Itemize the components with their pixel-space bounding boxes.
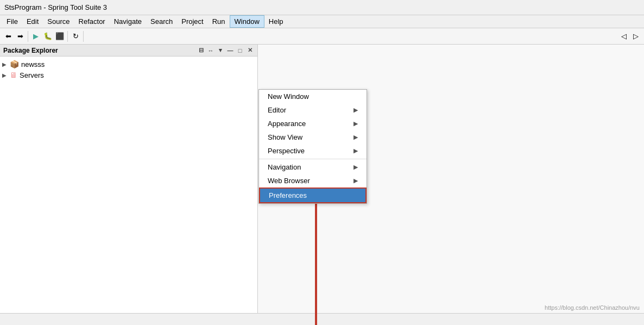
menu-preferences[interactable]: Preferences: [259, 188, 367, 203]
toolbar-forward-btn[interactable]: ➡: [14, 30, 26, 42]
menu-file[interactable]: File: [2, 15, 22, 28]
toolbar: ⬅ ➡ ▶ 🐛 ⬛ ↻ ◁ ▷: [0, 28, 644, 45]
menu-navigation[interactable]: Navigation ▶: [259, 160, 367, 174]
toolbar-run-btn[interactable]: ▶: [30, 30, 42, 42]
link-editor-icon[interactable]: ↔: [206, 46, 215, 55]
appearance-arrow: ▶: [353, 120, 358, 127]
close-icon[interactable]: ✕: [245, 46, 254, 55]
menu-refactor[interactable]: Refactor: [74, 15, 110, 28]
annotation-arrow-line: [315, 197, 317, 325]
editor-arrow: ▶: [353, 107, 358, 114]
maximize-icon[interactable]: □: [236, 46, 244, 55]
web-browser-arrow: ▶: [353, 177, 358, 184]
servers-chevron: ▶: [2, 72, 10, 78]
show-view-arrow: ▶: [353, 134, 358, 141]
main-layout: Package Explorer ⊟ ↔ ▾ — □ ✕ ▶ 📦 newsss …: [0, 45, 644, 313]
toolbar-back-btn[interactable]: ⬅: [2, 30, 14, 42]
tree-area: ▶ 📦 newsss ▶ 🖥 Servers: [0, 57, 257, 313]
toolbar-separator-3: [83, 31, 84, 42]
window-dropdown-menu: New Window Editor ▶ Appearance ▶ Show Vi…: [258, 89, 367, 204]
newsss-icon: 📦: [10, 60, 19, 68]
menu-separator: [259, 159, 367, 159]
menu-new-window[interactable]: New Window: [259, 90, 367, 103]
menu-help[interactable]: Help: [264, 15, 288, 28]
collapse-all-icon[interactable]: ⊟: [197, 46, 205, 55]
toolbar-stop-btn[interactable]: ⬛: [54, 30, 66, 42]
panel-header-icons: ⊟ ↔ ▾ — □ ✕: [197, 46, 254, 55]
menu-perspective[interactable]: Perspective ▶: [259, 144, 367, 158]
toolbar-refresh-btn[interactable]: ↻: [70, 30, 81, 42]
servers-label: Servers: [20, 71, 44, 79]
navigation-arrow: ▶: [353, 164, 358, 171]
menu-show-view[interactable]: Show View ▶: [259, 130, 367, 144]
view-menu-icon[interactable]: ▾: [216, 46, 225, 55]
status-bar: https://blog.csdn.net/Chinazhou/nvu: [0, 313, 644, 325]
tree-item-servers[interactable]: ▶ 🖥 Servers: [0, 70, 257, 80]
toolbar-debug-btn[interactable]: 🐛: [42, 30, 54, 42]
sidebar: Package Explorer ⊟ ↔ ▾ — □ ✕ ▶ 📦 newsss …: [0, 45, 258, 313]
toolbar-nav-forward[interactable]: ▷: [630, 30, 642, 42]
perspective-arrow: ▶: [353, 147, 358, 154]
newsss-chevron: ▶: [2, 61, 10, 67]
menu-source[interactable]: Source: [43, 15, 74, 28]
menu-window[interactable]: Window: [230, 15, 264, 28]
title-bar-text: StsProgram - Spring Tool Suite 3: [4, 3, 107, 11]
menu-search[interactable]: Search: [146, 15, 177, 28]
menu-web-browser[interactable]: Web Browser ▶: [259, 174, 367, 188]
tree-item-newsss[interactable]: ▶ 📦 newsss: [0, 59, 257, 70]
menu-edit[interactable]: Edit: [22, 15, 43, 28]
toolbar-separator-2: [67, 31, 68, 42]
menu-project[interactable]: Project: [177, 15, 207, 28]
panel-header: Package Explorer ⊟ ↔ ▾ — □ ✕: [0, 45, 257, 57]
menu-editor[interactable]: Editor ▶: [259, 103, 367, 117]
menu-navigate[interactable]: Navigate: [110, 15, 146, 28]
servers-icon: 🖥: [10, 71, 17, 79]
minimize-icon[interactable]: —: [226, 46, 235, 55]
toolbar-nav-back[interactable]: ◁: [618, 30, 630, 42]
menu-appearance[interactable]: Appearance ▶: [259, 117, 367, 130]
watermark: https://blog.csdn.net/Chinazhou/nvu: [545, 304, 640, 311]
toolbar-separator-1: [28, 31, 28, 42]
package-explorer-title: Package Explorer: [3, 47, 197, 54]
newsss-label: newsss: [21, 60, 45, 68]
title-bar: StsProgram - Spring Tool Suite 3: [0, 0, 644, 15]
menu-run[interactable]: Run: [208, 15, 230, 28]
menu-bar: File Edit Source Refactor Navigate Searc…: [0, 15, 644, 28]
